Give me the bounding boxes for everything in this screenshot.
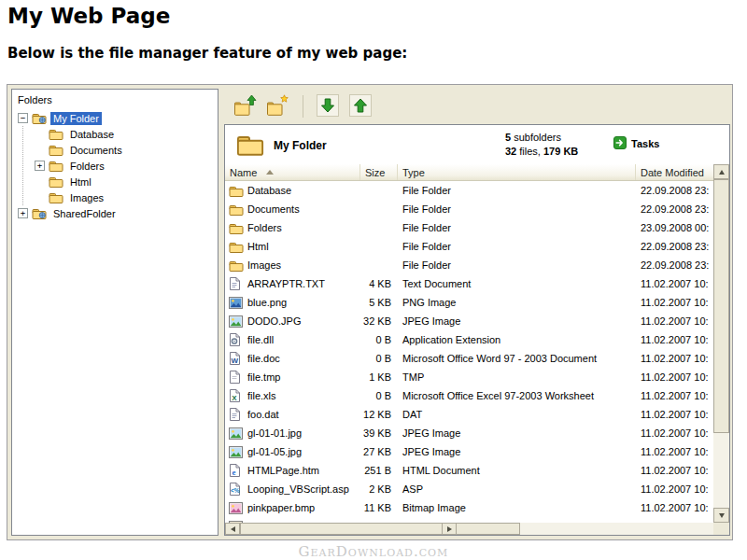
table-row[interactable]: DatabaseFile Folder22.09.2008 23: bbox=[225, 181, 713, 200]
tree-item-html[interactable]: Html bbox=[23, 174, 218, 189]
up-level-button[interactable] bbox=[232, 92, 260, 120]
text-icon bbox=[229, 277, 244, 290]
table-row[interactable]: eHTMLPage.htm251 BHTML Document11.02.200… bbox=[225, 461, 713, 480]
tasks-link[interactable]: Tasks bbox=[613, 136, 659, 151]
vertical-scrollbar[interactable] bbox=[713, 164, 729, 523]
file-name-label: HTMLPage.htm bbox=[247, 465, 319, 476]
dat-icon bbox=[229, 408, 244, 421]
file-type: File Folder bbox=[398, 185, 636, 196]
file-date: 11.02.2007 10: bbox=[636, 315, 713, 327]
file-name-label: file.xls bbox=[247, 390, 276, 401]
vertical-scroll-thumb[interactable] bbox=[713, 179, 729, 433]
file-date: 11.02.2007 10: bbox=[636, 502, 713, 513]
file-name: Images bbox=[225, 259, 360, 272]
table-row[interactable]: HtmlFile Folder22.09.2008 23: bbox=[225, 237, 713, 256]
asp-icon: <% bbox=[229, 483, 244, 496]
tree-item-label: My Folder bbox=[50, 112, 102, 125]
tree-expander-icon[interactable]: − bbox=[18, 113, 28, 123]
table-row[interactable]: gl-01-05.jpg27 KBJPEG Image11.02.2007 10… bbox=[225, 442, 713, 461]
scrollbar-corner bbox=[713, 523, 729, 535]
tree-item-label: Images bbox=[67, 191, 106, 204]
tree-item-label: Folders bbox=[67, 160, 107, 173]
table-row[interactable]: ARRAYPTR.TXT4 KBText Document11.02.2007 … bbox=[225, 274, 713, 293]
file-name-label: Images bbox=[247, 259, 281, 271]
table-row[interactable]: file.dll0 BApplication Extension11.02.20… bbox=[225, 330, 713, 349]
tree-expander-icon[interactable]: + bbox=[35, 161, 45, 171]
file-type: JPEG Image bbox=[398, 427, 636, 439]
file-name: file.dll bbox=[225, 333, 360, 346]
file-name: Documents bbox=[225, 203, 360, 216]
tree-item-label: Documents bbox=[67, 144, 125, 157]
file-view-area: My Folder 5 subfolders 32 files, 179 KB … bbox=[224, 89, 730, 536]
file-name-label: Looping_VBScript.asp bbox=[247, 483, 349, 495]
jpeg-icon bbox=[229, 427, 244, 440]
file-name-label: ARRAYPTR.TXT bbox=[247, 278, 325, 289]
tree-item-database[interactable]: Database bbox=[23, 126, 218, 142]
file-name-label: gl-01-05.jpg bbox=[247, 446, 302, 457]
tree-expander-icon[interactable]: + bbox=[18, 208, 28, 218]
file-type: TMP bbox=[398, 371, 636, 383]
table-row[interactable]: foo.dat12 KBDAT11.02.2007 10: bbox=[225, 405, 713, 424]
file-name: <%Looping_VBScript.asp bbox=[225, 483, 360, 496]
file-name-label: file.doc bbox=[247, 353, 280, 364]
file-size: 32 KB bbox=[360, 315, 398, 327]
table-row[interactable]: DocumentsFile Folder22.09.2008 23: bbox=[225, 200, 713, 218]
column-header-date-modified[interactable]: Date Modified bbox=[636, 164, 713, 180]
scroll-right-button[interactable] bbox=[442, 523, 457, 535]
upload-button[interactable] bbox=[346, 92, 374, 120]
tasks-icon bbox=[613, 136, 627, 151]
table-row[interactable]: pinkpaper.bmp11 KBBitmap Image11.02.2007… bbox=[225, 498, 713, 517]
file-date: 11.02.2007 10: bbox=[636, 278, 713, 289]
tree-item-my-folder[interactable]: −My Folder bbox=[18, 110, 218, 126]
file-type: File Folder bbox=[398, 222, 636, 233]
table-row[interactable]: <%Looping_VBScript.asp2 KBASP11.02.2007 … bbox=[225, 480, 713, 498]
total-size: 179 KB bbox=[543, 146, 578, 157]
scroll-down-button[interactable] bbox=[713, 508, 729, 523]
current-folder-name: My Folder bbox=[274, 139, 327, 152]
column-header-size[interactable]: Size bbox=[360, 164, 398, 180]
file-type: HTML Document bbox=[398, 465, 636, 476]
file-name: Html bbox=[225, 241, 360, 253]
scroll-up-button[interactable] bbox=[713, 164, 729, 179]
html-icon: e bbox=[229, 464, 244, 477]
folder-icon bbox=[49, 128, 63, 140]
scroll-left-button[interactable] bbox=[225, 523, 240, 535]
file-size: 1 KB bbox=[360, 371, 398, 383]
arrow-down-icon bbox=[317, 94, 339, 119]
file-type: PNG Image bbox=[398, 297, 636, 308]
download-button[interactable] bbox=[314, 92, 342, 120]
file-name-label: blue.png bbox=[247, 297, 287, 308]
subfolders-label: subfolders bbox=[511, 132, 561, 143]
file-name: blue.png bbox=[225, 297, 360, 309]
table-row[interactable]: Xfile.xls0 BMicrosoft Office Excel 97-20… bbox=[225, 386, 713, 405]
file-date: 22.09.2008 23: bbox=[636, 185, 713, 196]
column-header-name[interactable]: Name bbox=[225, 164, 360, 180]
file-name-label: pinkpaper.bmp bbox=[247, 502, 315, 513]
horizontal-scroll-thumb[interactable] bbox=[240, 523, 520, 535]
file-date: 22.09.2008 23: bbox=[636, 259, 713, 271]
file-type: File Folder bbox=[398, 241, 636, 252]
tree-item-images[interactable]: Images bbox=[23, 189, 218, 205]
table-row[interactable]: file.tmp1 KBTMP11.02.2007 10: bbox=[225, 368, 713, 386]
table-row[interactable]: ImagesFile Folder22.09.2008 23: bbox=[225, 256, 713, 274]
table-row[interactable]: blue.png5 KBPNG Image11.02.2007 10: bbox=[225, 293, 713, 312]
file-name-label: file.dll bbox=[247, 334, 274, 345]
tree-item-label: Html bbox=[67, 175, 94, 189]
file-size: 0 B bbox=[360, 353, 398, 364]
table-row[interactable]: gl-01-01.jpg39 KBJPEG Image11.02.2007 10… bbox=[225, 424, 713, 442]
file-type: Microsoft Office Excel 97-2003 Worksheet bbox=[398, 390, 636, 401]
file-size: 39 KB bbox=[360, 427, 398, 439]
tree-children: DatabaseDocuments+FoldersHtmlImages bbox=[22, 126, 218, 205]
table-row[interactable]: DODO.JPG32 KBJPEG Image11.02.2007 10: bbox=[225, 312, 713, 330]
file-name: pinkpaper.bmp bbox=[225, 502, 360, 514]
table-row[interactable]: FoldersFile Folder23.09.2008 00: bbox=[225, 218, 713, 237]
column-header-type[interactable]: Type bbox=[398, 164, 636, 180]
sort-ascending-icon bbox=[266, 170, 274, 175]
horizontal-scrollbar[interactable] bbox=[225, 523, 713, 535]
table-row[interactable]: Wfile.doc0 BMicrosoft Office Word 97 - 2… bbox=[225, 349, 713, 368]
new-folder-button[interactable] bbox=[264, 92, 292, 120]
tree-item-sharedfolder[interactable]: +SharedFolder bbox=[18, 205, 218, 221]
tree-item-documents[interactable]: Documents bbox=[23, 142, 218, 158]
tree-item-folders[interactable]: +Folders bbox=[23, 158, 218, 174]
column-header-label: Date Modified bbox=[641, 167, 704, 178]
